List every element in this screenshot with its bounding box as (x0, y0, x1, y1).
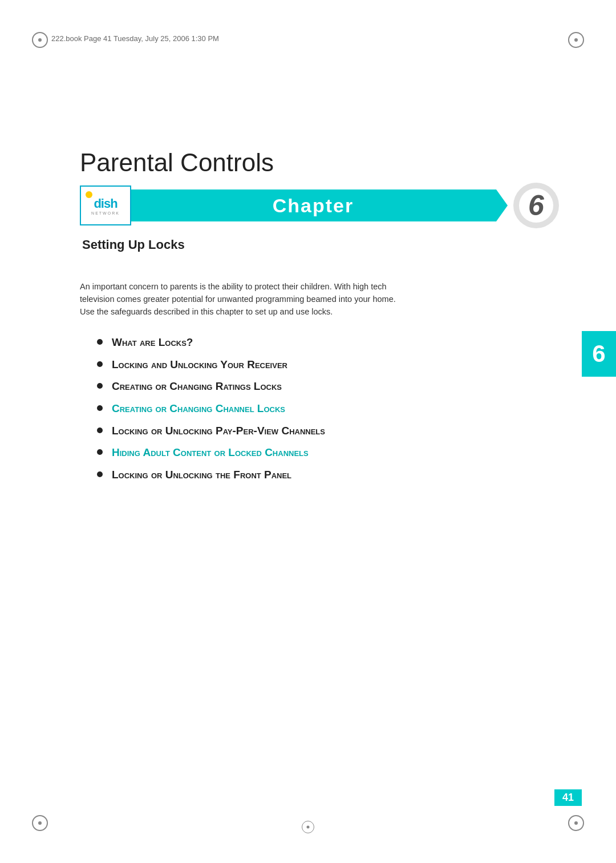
bullet-dot (97, 449, 103, 455)
page: 222.book Page 41 Tuesday, July 25, 2006 … (0, 0, 616, 863)
bottom-center-reg (302, 821, 314, 833)
reg-circle-bottom (302, 821, 314, 833)
header-section: Parental Controls dish NETWORK Chapter 6 (80, 148, 559, 252)
page-title: Parental Controls (80, 148, 559, 177)
dish-logo-text: dish (94, 196, 117, 211)
bullet-dot (97, 405, 103, 411)
page-info: 222.book Page 41 Tuesday, July 25, 2006 … (51, 34, 219, 43)
bullet-text: Creating or Changing Channel Locks (112, 401, 285, 417)
bullet-list: What are Locks? Locking and Unlocking Yo… (97, 335, 559, 482)
list-item: Locking and Unlocking Your Receiver (97, 357, 559, 373)
bullet-dot (97, 339, 103, 345)
bullet-text: What are Locks? (112, 335, 193, 350)
bullet-text: Hiding Adult Content or Locked Channels (112, 445, 309, 461)
chapter-number: 6 (528, 191, 544, 220)
main-content: Parental Controls dish NETWORK Chapter 6 (80, 148, 559, 489)
reg-mark-tl (29, 29, 51, 51)
bullet-text: Locking and Unlocking Your Receiver (112, 357, 287, 373)
reg-mark-tr (565, 29, 587, 51)
list-item: Creating or Changing Ratings Locks (97, 379, 559, 394)
reg-mark-bl (29, 812, 51, 834)
dish-logo-dot (86, 191, 92, 198)
list-item: Creating or Changing Channel Locks (97, 401, 559, 417)
list-item: Hiding Adult Content or Locked Channels (97, 445, 559, 461)
bullet-text: Creating or Changing Ratings Locks (112, 379, 282, 394)
reg-mark-br (565, 812, 587, 834)
dish-logo-subtext: NETWORK (91, 211, 120, 215)
bullet-text: Locking or Unlocking the Front Panel (112, 467, 291, 483)
chapter-label: Chapter (273, 195, 354, 217)
intro-paragraph: An important concern to parents is the a… (80, 281, 411, 318)
reg-dot-bottom (307, 826, 310, 829)
subtitle: Setting Up Locks (82, 237, 559, 252)
list-item: What are Locks? (97, 335, 559, 350)
list-item: Locking or Unlocking Pay-Per-View Channe… (97, 424, 559, 439)
chapter-arc: 6 (513, 183, 559, 228)
bullet-dot (97, 361, 103, 367)
bullet-dot (97, 428, 103, 433)
page-number: 41 (554, 789, 582, 806)
bullet-dot (97, 383, 103, 389)
chapter-tab-number: 6 (592, 340, 605, 368)
bullet-dot (97, 471, 103, 477)
chapter-side-tab: 6 (582, 331, 616, 377)
dish-logo: dish NETWORK (80, 185, 131, 225)
chapter-banner-area: dish NETWORK Chapter 6 (80, 183, 559, 228)
bullet-text: Locking or Unlocking Pay-Per-View Channe… (112, 424, 325, 439)
chapter-banner: Chapter (130, 189, 496, 221)
chapter-number-badge: 6 (513, 183, 559, 228)
list-item: Locking or Unlocking the Front Panel (97, 467, 559, 483)
